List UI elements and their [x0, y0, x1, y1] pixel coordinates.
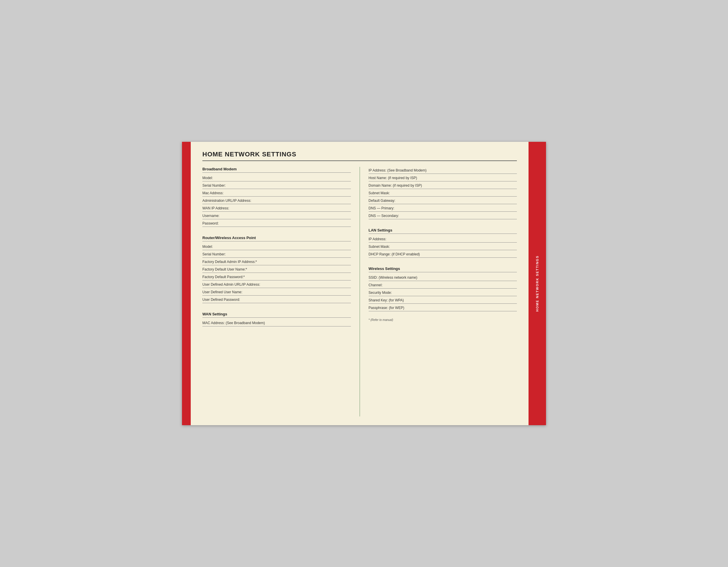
field-label: IP Address: (See Broadband Modem)	[369, 168, 427, 173]
field-label: Factory Default Admin IP Address:*	[202, 259, 257, 264]
field-label: Username:	[202, 213, 220, 218]
field-row: User Defined User Name:	[202, 289, 351, 296]
section-lan: LAN Settings	[369, 228, 517, 234]
field-row: Password:	[202, 220, 351, 227]
field-row: Factory Default User Name:*	[202, 266, 351, 273]
field-label: Domain Name: (if required by ISP)	[369, 183, 422, 188]
field-label: Administration URL/IP Address:	[202, 198, 251, 203]
field-row: Subnet Mask:	[369, 243, 517, 250]
field-label: Passphrase: (for WEP)	[369, 305, 404, 310]
field-row: MAC Address: (See Broadband Modem)	[202, 319, 351, 326]
field-label: Shared Key: (for WPA)	[369, 298, 404, 303]
footer-note: * (Refer to manual)	[369, 318, 517, 322]
field-row: Administration URL/IP Address:	[202, 197, 351, 204]
field-row: Default Gateway:	[369, 197, 517, 204]
field-label: DNS — Secondary:	[369, 213, 399, 218]
field-row: DNS — Secondary:	[369, 212, 517, 219]
right-column: IP Address: (See Broadband Modem) Host N…	[369, 167, 517, 416]
section-wireless: Wireless Settings	[369, 266, 517, 272]
field-label: Default Gateway:	[369, 198, 395, 203]
field-label: MAC Address: (See Broadband Modem)	[202, 321, 265, 326]
field-row: Factory Default Password:*	[202, 273, 351, 280]
field-row: Username:	[202, 212, 351, 219]
field-label: SSID: (Wireless network name)	[369, 275, 417, 280]
right-bar-label: HOME NETWORK SETTINGS	[536, 255, 539, 312]
field-row: Factory Default Admin IP Address:*	[202, 258, 351, 265]
field-label: WAN IP Address:	[202, 206, 229, 211]
field-label: Subnet Mask:	[369, 244, 390, 249]
field-label: User Defined Admin URL/IP Address:	[202, 282, 260, 287]
page-title: HOME NETWORK SETTINGS	[202, 151, 517, 161]
field-label: DNS — Primary:	[369, 206, 395, 211]
field-row: DHCP Range: (if DHCP enabled)	[369, 251, 517, 258]
section-broadband-modem: Broadband Modem	[202, 167, 351, 173]
left-red-bar	[182, 142, 191, 425]
main-content: HOME NETWORK SETTINGS Broadband Modem Mo…	[191, 142, 529, 425]
field-row: User Defined Password:	[202, 296, 351, 303]
columns-container: Broadband Modem Model: Serial Number: Ma…	[202, 167, 517, 416]
right-red-bar: HOME NETWORK SETTINGS	[529, 142, 546, 425]
field-label: Serial Number:	[202, 183, 226, 188]
field-row: Shared Key: (for WPA)	[369, 297, 517, 304]
field-row: SSID: (Wireless network name)	[369, 274, 517, 281]
field-row: WAN IP Address:	[202, 205, 351, 212]
left-column: Broadband Modem Model: Serial Number: Ma…	[202, 167, 360, 416]
field-row: Mac Address:	[202, 190, 351, 197]
field-label: Serial Number:	[202, 252, 226, 257]
field-label: Model:	[202, 244, 213, 249]
field-label: Factory Default Password:*	[202, 275, 245, 280]
field-label: User Defined User Name:	[202, 290, 242, 295]
field-row: User Defined Admin URL/IP Address:	[202, 281, 351, 288]
section-router: Router/Wireless Access Point	[202, 236, 351, 241]
field-row: Serial Number:	[202, 182, 351, 189]
section-wan: WAN Settings	[202, 312, 351, 318]
field-row: IP Address: (See Broadband Modem)	[369, 167, 517, 174]
field-label: Password:	[202, 221, 219, 226]
field-row: Model:	[202, 174, 351, 181]
page-wrapper: HOME NETWORK SETTINGS Broadband Modem Mo…	[182, 142, 546, 425]
field-label: DHCP Range: (if DHCP enabled)	[369, 252, 420, 257]
field-label: Model:	[202, 176, 213, 181]
field-row: Channel:	[369, 282, 517, 289]
field-label: Channel:	[369, 283, 383, 288]
field-row: DNS — Primary:	[369, 205, 517, 212]
field-row: Security Mode:	[369, 289, 517, 296]
field-label: Factory Default User Name:*	[202, 267, 247, 272]
field-row: Model:	[202, 243, 351, 250]
field-label: IP Address:	[369, 237, 386, 242]
field-label: Subnet Mask:	[369, 191, 390, 196]
field-row: Domain Name: (if required by ISP)	[369, 182, 517, 189]
field-row: Serial Number:	[202, 251, 351, 258]
field-row: IP Address:	[369, 236, 517, 243]
field-label: Mac Address:	[202, 191, 224, 196]
field-label: User Defined Password:	[202, 297, 240, 302]
field-row: Host Name: (if required by ISP)	[369, 174, 517, 181]
field-row: Passphrase: (for WEP)	[369, 304, 517, 311]
field-label: Host Name: (if required by ISP)	[369, 176, 417, 181]
field-label: Security Mode:	[369, 290, 392, 295]
field-row: Subnet Mask:	[369, 190, 517, 197]
